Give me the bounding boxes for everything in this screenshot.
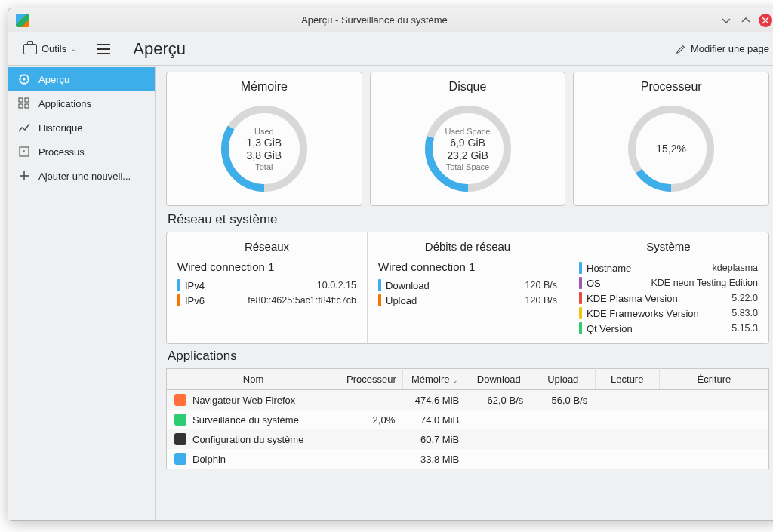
sidebar: Aperçu Applications Historique Processus… — [8, 66, 156, 520]
info-value: 120 B/s — [417, 295, 557, 306]
info-key: KDE Plasma Version — [587, 293, 678, 304]
sidebar-item-overview[interactable]: Aperçu — [8, 67, 155, 91]
apps-title: Applications — [168, 349, 769, 364]
sidebar-item-add[interactable]: Ajouter une nouvell... — [8, 164, 155, 188]
chevron-down-icon: ⌄ — [71, 45, 77, 53]
connection-name: Wired connection 1 — [378, 260, 557, 273]
color-bar — [579, 277, 582, 289]
col-dl[interactable]: Download — [467, 369, 531, 390]
info-row: IPv410.0.2.15 — [177, 278, 356, 293]
used-label: Used Space — [445, 127, 491, 136]
table-row[interactable]: Navigateur Web Firefox474,6 MiB62,0 B/s5… — [167, 390, 769, 411]
info-value: kdeplasma — [631, 263, 758, 273]
info-key: Upload — [386, 295, 417, 306]
netsys-title: Réseau et système — [168, 212, 769, 227]
cpu-cell: 2,0% — [340, 410, 403, 429]
app-name-cell: Surveillance du système — [167, 410, 340, 429]
minimize-button[interactable] — [719, 14, 733, 27]
info-row: Download120 B/s — [378, 278, 557, 293]
app-icon — [174, 433, 186, 445]
info-key: IPv4 — [185, 280, 205, 291]
app-name: Surveillance du système — [192, 414, 299, 426]
page-title: Aperçu — [133, 39, 186, 59]
app-icon — [174, 394, 186, 406]
app-name: Dolphin — [192, 454, 226, 465]
info-key: Download — [386, 280, 430, 291]
ul-cell: 56,0 B/s — [531, 390, 595, 411]
cpu-card: Processeur 15,2% — [573, 72, 769, 206]
maximize-button[interactable] — [739, 14, 753, 27]
svg-rect-4 — [19, 104, 23, 108]
plus-icon — [17, 169, 31, 183]
col-mem[interactable]: Mémoire⌄ — [402, 369, 467, 390]
used-value: 6,9 GiB — [450, 137, 485, 149]
summary-cards: Mémoire Used 1,3 GiB 3,8 GiB Total Disqu… — [166, 72, 769, 206]
connection-name: Wired connection 1 — [177, 260, 356, 273]
svg-point-1 — [23, 78, 26, 81]
app-name-cell: Dolphin — [167, 449, 340, 469]
color-bar — [579, 322, 582, 334]
cpu-cell — [340, 449, 403, 469]
app-name-cell: Configuration du système — [167, 429, 340, 449]
mem-cell: 474,6 MiB — [402, 390, 467, 411]
sidebar-item-applications[interactable]: Applications — [8, 91, 155, 115]
info-row: KDE Frameworks Version5.83.0 — [579, 306, 758, 321]
disk-donut: Used Space 6,9 GiB 23,2 GiB Total Space — [419, 100, 517, 198]
used-label: Used — [254, 127, 274, 136]
col-read[interactable]: Lecture — [595, 369, 659, 390]
col-cpu[interactable]: Processeur — [340, 369, 403, 390]
disk-card: Disque Used Space 6,9 GiB 23,2 GiB Total… — [370, 72, 566, 206]
rates-title: Débits de réseau — [378, 240, 557, 253]
content-area: Mémoire Used 1,3 GiB 3,8 GiB Total Disqu… — [156, 66, 773, 520]
tools-menu[interactable]: Outils ⌄ — [19, 40, 82, 57]
color-bar — [579, 307, 582, 319]
netsys-panel: Réseaux Wired connection 1 IPv410.0.2.15… — [166, 232, 769, 344]
write-cell — [659, 449, 768, 469]
networks-column: Réseaux Wired connection 1 IPv410.0.2.15… — [167, 232, 367, 343]
table-row[interactable]: Dolphin33,8 MiB — [167, 449, 769, 469]
table-row[interactable]: Surveillance du système2,0%74,0 MiB — [167, 410, 769, 429]
color-bar — [579, 262, 582, 274]
write-cell — [659, 410, 768, 429]
col-write[interactable]: Écriture — [659, 369, 768, 390]
networks-title: Réseaux — [177, 240, 356, 253]
cpu-cell — [340, 429, 403, 449]
col-ul[interactable]: Upload — [531, 369, 595, 390]
close-button[interactable] — [759, 14, 772, 27]
table-row[interactable]: Configuration du système60,7 MiB — [167, 429, 769, 449]
ul-cell — [531, 410, 595, 429]
dl-cell — [467, 449, 531, 469]
read-cell — [595, 390, 659, 411]
info-value: 5.83.0 — [699, 308, 758, 318]
info-key: Hostname — [587, 263, 631, 274]
ul-cell — [531, 429, 595, 449]
sidebar-label: Processus — [38, 146, 85, 158]
total-value: 3,8 GiB — [246, 149, 282, 161]
ul-cell — [531, 449, 595, 469]
history-icon — [17, 121, 31, 134]
mem-cell: 33,8 MiB — [402, 449, 467, 469]
total-label: Total — [255, 162, 273, 171]
sidebar-item-history[interactable]: Historique — [8, 115, 155, 140]
window-title: Aperçu - Surveillance du système — [29, 14, 719, 26]
app-window: Aperçu - Surveillance du système Outils … — [8, 8, 773, 521]
app-name: Configuration du système — [192, 434, 303, 445]
col-name[interactable]: Nom — [167, 369, 340, 390]
color-bar — [579, 292, 582, 304]
app-icon — [174, 453, 186, 465]
process-icon — [17, 145, 31, 158]
cpu-cell — [340, 390, 403, 411]
sidebar-label: Aperçu — [38, 74, 69, 85]
sidebar-label: Ajouter une nouvell... — [38, 171, 131, 182]
edit-page-button[interactable]: Modifier une page — [676, 43, 769, 54]
cpu-value: 15,2% — [656, 143, 686, 155]
sidebar-label: Historique — [38, 122, 83, 134]
sidebar-item-processes[interactable]: Processus — [8, 140, 155, 164]
hamburger-button[interactable] — [97, 44, 110, 54]
info-value: KDE neon Testing Edition — [601, 278, 758, 288]
app-icon — [174, 414, 186, 426]
info-row: OSKDE neon Testing Edition — [579, 275, 758, 291]
briefcase-icon — [23, 44, 37, 54]
info-value: 5.15.3 — [633, 323, 758, 334]
memory-title: Mémoire — [241, 80, 288, 94]
